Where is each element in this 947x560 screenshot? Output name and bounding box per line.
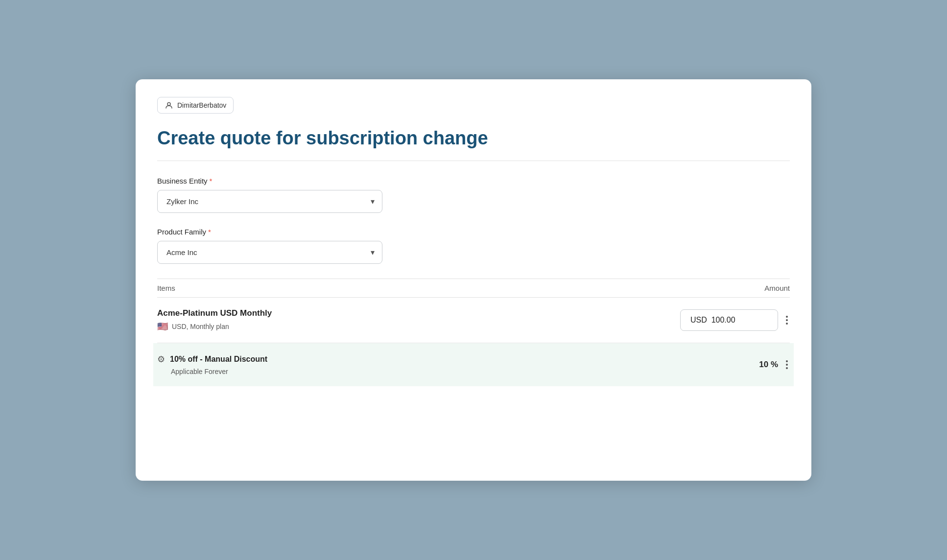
product-family-section: Product Family * Acme Inc ▾ xyxy=(157,228,790,264)
amount-currency: USD xyxy=(690,316,707,324)
business-entity-required: * xyxy=(210,177,213,185)
flag-icon: 🇺🇸 xyxy=(157,321,168,332)
col-items-label: Items xyxy=(157,284,175,292)
title-divider xyxy=(157,161,790,161)
discount-name: 10% off - Manual Discount xyxy=(170,355,267,364)
discount-name-row: ⚙ 10% off - Manual Discount xyxy=(157,354,267,365)
product-info: Acme-Platinum USD Monthly 🇺🇸 USD, Monthl… xyxy=(157,308,680,332)
user-name: DimitarBerbatov xyxy=(177,101,226,109)
amount-value: 100.00 xyxy=(711,316,735,324)
discount-more-button[interactable] xyxy=(784,358,790,371)
discount-info: ⚙ 10% off - Manual Discount Applicable F… xyxy=(157,354,267,375)
product-plan: USD, Monthly plan xyxy=(172,323,229,330)
user-badge[interactable]: DimitarBerbatov xyxy=(157,97,234,114)
business-entity-section: Business Entity * Zylker Inc ▾ xyxy=(157,177,790,213)
amount-field[interactable]: USD 100.00 xyxy=(680,309,778,331)
table-header: Items Amount xyxy=(157,279,790,297)
product-family-select[interactable]: Acme Inc xyxy=(157,241,382,264)
discount-sub: Applicable Forever xyxy=(157,368,267,375)
product-amount: USD 100.00 xyxy=(680,309,790,331)
product-name: Acme-Platinum USD Monthly xyxy=(157,308,680,318)
svg-point-0 xyxy=(167,103,170,106)
main-window: DimitarBerbatov Create quote for subscri… xyxy=(136,79,811,481)
discount-amount: 10 % xyxy=(759,358,790,371)
discount-row: ⚙ 10% off - Manual Discount Applicable F… xyxy=(153,343,794,386)
business-entity-select-wrapper: Zylker Inc ▾ xyxy=(157,190,382,213)
table-row: Acme-Platinum USD Monthly 🇺🇸 USD, Monthl… xyxy=(157,298,790,343)
col-amount-label: Amount xyxy=(764,284,790,292)
business-entity-select[interactable]: Zylker Inc xyxy=(157,190,382,213)
product-meta: 🇺🇸 USD, Monthly plan xyxy=(157,321,680,332)
product-family-select-wrapper: Acme Inc ▾ xyxy=(157,241,382,264)
page-title: Create quote for subscription change xyxy=(157,127,790,150)
discount-gear-icon: ⚙ xyxy=(157,354,165,365)
user-icon xyxy=(165,101,173,110)
product-family-required: * xyxy=(208,228,211,236)
discount-value: 10 % xyxy=(759,360,778,370)
product-family-label: Product Family * xyxy=(157,228,790,236)
product-more-button[interactable] xyxy=(784,314,790,327)
business-entity-label: Business Entity * xyxy=(157,177,790,185)
